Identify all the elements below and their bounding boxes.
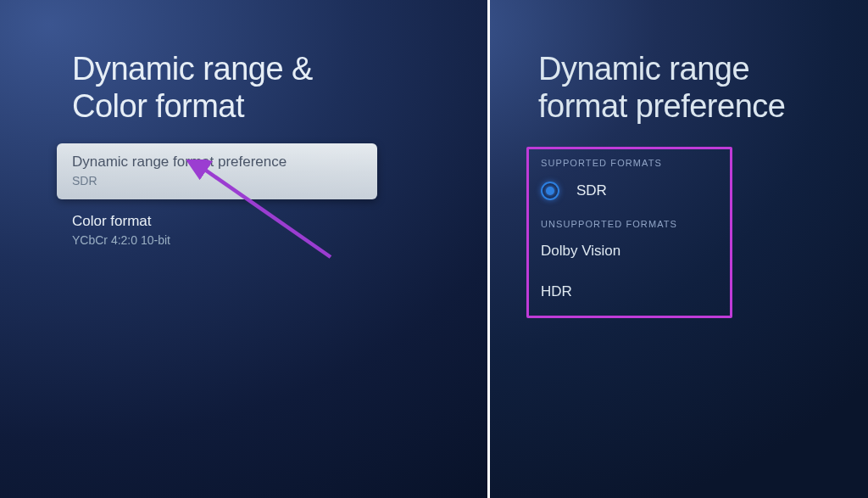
pane-divider (487, 0, 490, 498)
title-line2: Color format (72, 88, 244, 124)
section-header-supported: SUPPORTED FORMATS (541, 158, 715, 168)
radio-selected-icon (541, 182, 559, 200)
title-line1: Dynamic range (538, 51, 749, 87)
option-value: YCbCr 4:2:0 10-bit (72, 233, 453, 247)
title-line2: format preference (538, 88, 785, 124)
format-option-sdr[interactable]: SDR (541, 182, 715, 200)
settings-pane-right: Dynamic range format preference SUPPORTE… (487, 0, 868, 498)
option-label: Dynamic range format preference (72, 154, 362, 171)
format-option-dolby-vision[interactable]: Dolby Vision (541, 243, 715, 260)
option-value: SDR (72, 174, 362, 187)
page-title-right: Dynamic range format preference (538, 51, 834, 125)
settings-pane-left: Dynamic range & Color format Dynamic ran… (0, 0, 487, 498)
option-dynamic-range-format-preference[interactable]: Dynamic range format preference SDR (57, 143, 377, 199)
option-color-format[interactable]: Color format YCbCr 4:2:0 10-bit (72, 213, 453, 247)
format-option-hdr[interactable]: HDR (541, 283, 715, 300)
page-title-left: Dynamic range & Color format (72, 51, 453, 125)
section-header-unsupported: UNSUPPORTED FORMATS (541, 219, 715, 229)
format-label: SDR (576, 182, 607, 199)
annotation-highlight-box: SUPPORTED FORMATS SDR UNSUPPORTED FORMAT… (526, 147, 732, 318)
option-label: Color format (72, 213, 453, 230)
title-line1: Dynamic range & (72, 51, 313, 87)
